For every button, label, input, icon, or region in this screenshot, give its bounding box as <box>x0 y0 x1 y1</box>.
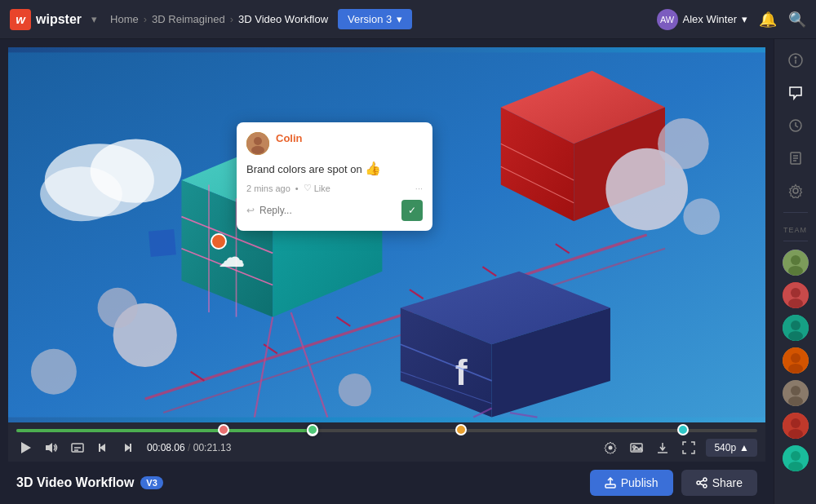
reply-input[interactable] <box>259 205 397 216</box>
playback-controls-row: 00:08.06 / 00:21.13 <box>16 434 757 462</box>
svg-point-70 <box>795 57 796 59</box>
sidebar-info-button[interactable] <box>781 46 810 75</box>
top-navigation: w wipster ▾ Home › 3D Reimagined › 3D Vi… <box>0 0 816 39</box>
svg-point-64 <box>697 481 700 484</box>
left-content: ☁ f <box>0 39 774 504</box>
team-avatar-1[interactable] <box>783 250 809 276</box>
sidebar-pages-button[interactable] <box>781 144 810 173</box>
team-label: TEAM <box>783 226 807 234</box>
svg-point-87 <box>791 353 800 363</box>
svg-rect-56 <box>130 444 131 452</box>
svg-rect-22 <box>149 229 176 257</box>
svg-point-79 <box>788 266 803 276</box>
quality-selector-button[interactable]: 540p ▲ <box>706 439 757 457</box>
team-avatar-2[interactable] <box>783 282 809 308</box>
sidebar-comments-button[interactable] <box>781 78 810 108</box>
svg-line-67 <box>700 484 703 485</box>
video-marker-dot[interactable] <box>211 233 227 250</box>
team-avatar-5[interactable] <box>783 380 809 406</box>
search-button[interactable]: 🔍 <box>788 11 806 29</box>
main-area: ☁ f <box>0 39 816 504</box>
video-player[interactable]: ☁ f <box>8 47 765 422</box>
svg-point-78 <box>791 255 800 265</box>
comment-more-button[interactable]: ··· <box>415 183 423 193</box>
prev-frame-button[interactable] <box>95 440 111 456</box>
version-badge: V3 <box>140 476 162 489</box>
time-display: 00:08.06 / 00:21.13 <box>147 442 231 453</box>
svg-point-47 <box>251 146 264 154</box>
svg-point-91 <box>788 396 803 406</box>
svg-point-3 <box>40 166 122 221</box>
svg-marker-55 <box>125 444 131 452</box>
video-controls: 00:08.06 / 00:21.13 <box>8 422 765 462</box>
thumbnail-button[interactable] <box>628 439 645 457</box>
nav-dropdown-button[interactable]: ▾ <box>88 10 100 29</box>
timeline-marker-4[interactable] <box>677 424 689 435</box>
version-selector-button[interactable]: Version 3 ▾ <box>338 9 412 29</box>
svg-rect-54 <box>99 444 100 452</box>
team-avatar-3[interactable] <box>783 315 809 341</box>
svg-marker-53 <box>100 444 105 452</box>
project-title-text: 3D Video Workflow <box>16 475 134 490</box>
svg-point-38 <box>683 198 720 235</box>
timeline-marker-1[interactable] <box>218 424 229 435</box>
svg-point-37 <box>658 118 709 170</box>
breadcrumb-home[interactable]: Home <box>110 13 139 25</box>
svg-point-81 <box>791 288 800 298</box>
svg-point-76 <box>793 188 798 193</box>
pages-icon <box>788 151 803 166</box>
captions-button[interactable] <box>69 439 86 457</box>
team-divider-2 <box>783 241 808 241</box>
logo-area: w wipster <box>10 9 82 30</box>
timeline-marker-2[interactable] <box>307 424 318 435</box>
svg-point-35 <box>98 288 138 328</box>
svg-point-96 <box>791 451 800 461</box>
fullscreen-button[interactable] <box>680 439 698 457</box>
bottom-bar: 3D Video Workflow V3 Publish <box>0 462 774 504</box>
svg-point-94 <box>788 429 803 439</box>
right-sidebar: TEAM <box>774 39 816 504</box>
logo-icon: w <box>10 9 31 30</box>
info-icon <box>788 53 803 68</box>
settings-icon <box>788 183 803 198</box>
team-avatar-4[interactable] <box>783 347 809 374</box>
svg-point-84 <box>791 321 800 330</box>
svg-point-63 <box>703 478 707 481</box>
publish-icon <box>605 477 616 489</box>
timeline-area[interactable] <box>16 422 757 434</box>
timeline-marker-3[interactable] <box>455 424 467 435</box>
download-button[interactable] <box>654 439 672 457</box>
volume-button[interactable] <box>42 439 60 457</box>
sidebar-settings-button[interactable] <box>781 176 810 206</box>
breadcrumb-3d-reimagined[interactable]: 3D Reimagined <box>152 13 225 25</box>
history-icon <box>788 118 803 133</box>
svg-point-65 <box>703 484 707 488</box>
nav-right: AW Alex Winter ▾ 🔔 🔍 <box>657 9 806 30</box>
sidebar-history-button[interactable] <box>781 111 810 140</box>
comment-like-button[interactable]: ♡ Like <box>304 183 330 193</box>
svg-point-46 <box>254 137 262 145</box>
time-current: 00:08.06 <box>147 442 185 453</box>
comment-popup: Colin Brand colors are spot on 👍 2 mins … <box>237 122 432 231</box>
svg-point-93 <box>791 418 800 428</box>
share-button[interactable]: Share <box>681 470 757 496</box>
settings-button[interactable] <box>601 439 619 457</box>
svg-point-85 <box>788 331 803 341</box>
logo-text: wipster <box>36 12 82 27</box>
publish-button[interactable]: Publish <box>590 470 673 496</box>
team-avatar-6[interactable] <box>783 413 809 439</box>
comment-meta: 2 mins ago • ♡ Like ··· <box>246 183 423 193</box>
breadcrumb: Home › 3D Reimagined › 3D Video Workflow <box>110 13 328 25</box>
user-menu-button[interactable]: AW Alex Winter ▾ <box>657 9 747 30</box>
notifications-button[interactable]: 🔔 <box>759 11 777 29</box>
svg-point-57 <box>609 446 613 450</box>
next-frame-button[interactable] <box>119 440 135 456</box>
progress-track[interactable] <box>16 429 757 432</box>
svg-marker-49 <box>46 443 52 453</box>
bottom-actions: Publish Share <box>590 470 757 496</box>
comment-user-avatar <box>246 132 269 155</box>
user-avatar: AW <box>657 9 678 30</box>
team-avatar-7[interactable] <box>783 445 809 471</box>
reply-submit-button[interactable]: ✓ <box>401 200 423 221</box>
play-button[interactable] <box>16 439 34 457</box>
